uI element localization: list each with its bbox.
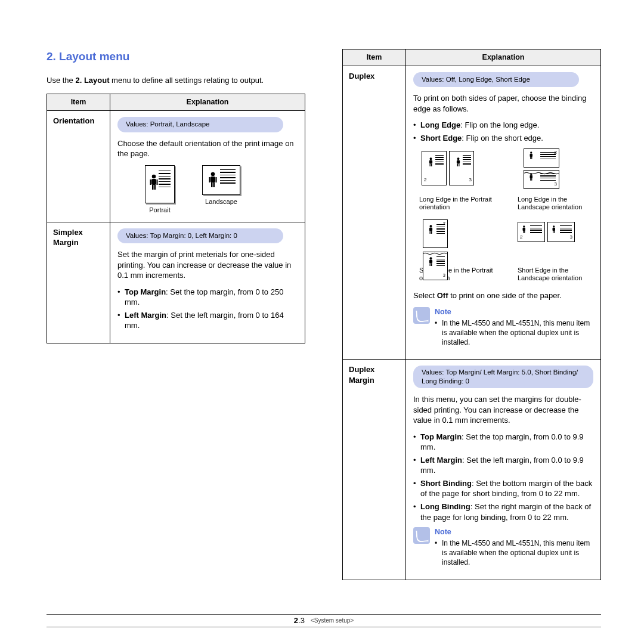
note-icon [413, 307, 430, 324]
svg-rect-27 [531, 178, 532, 181]
svg-rect-17 [457, 160, 460, 163]
note-duplex: Note In the ML-4550 and ML-4551N, this m… [413, 307, 593, 352]
left-column: 2. Layout menu Use the 2. Layout menu to… [47, 49, 305, 580]
svg-rect-3 [154, 185, 156, 190]
person-icon [209, 172, 217, 188]
intro-text: Use the 2. Layout menu to define all set… [47, 75, 305, 86]
svg-point-40 [553, 225, 555, 227]
svg-rect-26 [530, 178, 531, 181]
note-title: Note [435, 307, 593, 317]
svg-rect-35 [431, 263, 432, 266]
th-explanation-r: Explanation [406, 49, 601, 66]
fig-short-landscape: 2 3 Short Edge in the Landscape orientat… [518, 219, 592, 282]
page-number: 2.3 [294, 615, 305, 626]
note-title-2: Note [435, 527, 593, 537]
person-icon [428, 257, 434, 268]
intro-bold: 2. Layout [75, 76, 109, 85]
svg-point-32 [430, 257, 432, 259]
expl-duplex-margin: Values: Top Margin/ Left Margin: 5.0, Sh… [406, 360, 601, 580]
intro-pre: Use the [47, 76, 75, 85]
bullet-dm-long: Long Binding: Set the right margin of th… [413, 501, 593, 522]
svg-rect-31 [431, 231, 432, 234]
section-heading: 2. Layout menu [47, 49, 305, 64]
svg-rect-29 [429, 227, 432, 231]
row-duplex-margin: Duplex Margin Values: Top Margin/ Left M… [343, 360, 601, 580]
svg-point-28 [430, 225, 432, 227]
svg-rect-42 [553, 231, 553, 233]
item-orientation: Orientation [47, 111, 110, 222]
bullet-dm-left: Left Margin: Set the left margin, from 0… [413, 455, 593, 476]
desc-duplex: To print on both sides of paper, choose … [413, 93, 593, 114]
values-simplex: Values: Top Margin: 0, Left Margin: 0 [117, 228, 283, 244]
svg-point-20 [530, 151, 532, 153]
svg-rect-2 [152, 185, 154, 190]
svg-point-0 [152, 174, 156, 178]
svg-rect-33 [429, 259, 432, 263]
person-icon [428, 225, 434, 236]
expl-duplex: Values: Off, Long Edge, Short Edge To pr… [406, 66, 601, 359]
page-footer: 2.3 <System setup> [47, 614, 601, 627]
svg-point-12 [430, 157, 432, 160]
svg-rect-15 [431, 163, 432, 166]
bullet-left-margin: Left Margin: Set the left margin, from 0… [117, 310, 298, 331]
svg-rect-19 [459, 163, 460, 166]
right-column: Item Explanation Duplex Values: Off, Lon… [342, 49, 601, 580]
svg-point-36 [523, 225, 525, 227]
person-icon [456, 157, 461, 169]
svg-rect-39 [524, 231, 525, 233]
svg-rect-21 [530, 153, 533, 156]
svg-rect-18 [457, 163, 458, 166]
person-icon [428, 157, 434, 169]
fig-short-portrait: 2 3 Short Edge in the Portra [419, 219, 494, 282]
left-table: Item Explanation Orientation Values: Por… [47, 94, 305, 343]
svg-rect-10 [209, 177, 210, 182]
fig-long-landscape: 2 3 Long Edge in the Landsca [518, 148, 592, 211]
row-simplex-margin: Simplex Margin Values: Top Margin: 0, Le… [47, 222, 305, 343]
values-duplex-margin: Values: Top Margin/ Left Margin: 5.0, Sh… [413, 366, 593, 388]
svg-rect-25 [530, 175, 533, 178]
person-icon [552, 225, 556, 235]
desc-simplex: Set the margin of print meterials for on… [117, 249, 298, 281]
svg-rect-4 [150, 179, 151, 185]
svg-rect-13 [429, 160, 432, 163]
bullet-long-edge: Long Edge: Flip on the long edge. [413, 120, 593, 131]
expl-orientation: Values: Portrait, Landscape Choose the d… [110, 111, 305, 222]
svg-rect-8 [211, 182, 213, 187]
person-icon [522, 225, 527, 235]
right-table: Item Explanation Duplex Values: Off, Lon… [342, 49, 601, 580]
svg-rect-37 [523, 228, 526, 231]
th-explanation: Explanation [110, 94, 305, 111]
desc-orientation: Choose the default orientation of the pr… [117, 138, 298, 159]
svg-rect-7 [210, 177, 215, 182]
person-icon [529, 151, 534, 161]
note-icon [413, 527, 430, 544]
bullet-top-margin: Top Margin: Set the top margin, from 0 t… [117, 287, 298, 308]
svg-point-6 [211, 172, 215, 176]
lbl-portrait: Portrait [145, 206, 175, 215]
svg-point-16 [457, 157, 460, 160]
svg-rect-43 [554, 231, 555, 233]
fig-landscape: Landscape [202, 165, 240, 215]
svg-rect-38 [523, 231, 524, 233]
page: 2. Layout menu Use the 2. Layout menu to… [0, 0, 644, 580]
svg-rect-23 [531, 157, 532, 159]
svg-rect-1 [151, 179, 156, 185]
row-orientation: Orientation Values: Portrait, Landscape … [47, 111, 305, 222]
svg-rect-22 [530, 157, 531, 159]
bullet-short-edge: Short Edge: Flip on the short edge. [413, 133, 593, 144]
bullet-dm-top: Top Margin: Set the top margin, from 0.0… [413, 432, 593, 453]
svg-rect-41 [553, 228, 556, 231]
bullet-dm-short: Short Binding: Set the bottom margin of … [413, 478, 593, 499]
svg-rect-30 [429, 231, 431, 234]
section-name: <System setup> [311, 617, 354, 625]
svg-rect-34 [429, 263, 431, 266]
note-duplex-margin: Note In the ML-4550 and ML-4551N, this m… [413, 527, 593, 572]
th-item: Item [47, 94, 110, 111]
svg-rect-9 [213, 182, 215, 187]
select-off-text: Select Off to print on one side of the p… [413, 290, 593, 301]
note-text-2: In the ML-4550 and ML-4551N, this menu i… [435, 538, 593, 568]
svg-rect-5 [157, 179, 158, 185]
values-orientation: Values: Portrait, Landscape [117, 117, 283, 132]
item-duplex: Duplex [343, 66, 406, 359]
note-text: In the ML-4550 and ML-4551N, this menu i… [435, 318, 593, 348]
